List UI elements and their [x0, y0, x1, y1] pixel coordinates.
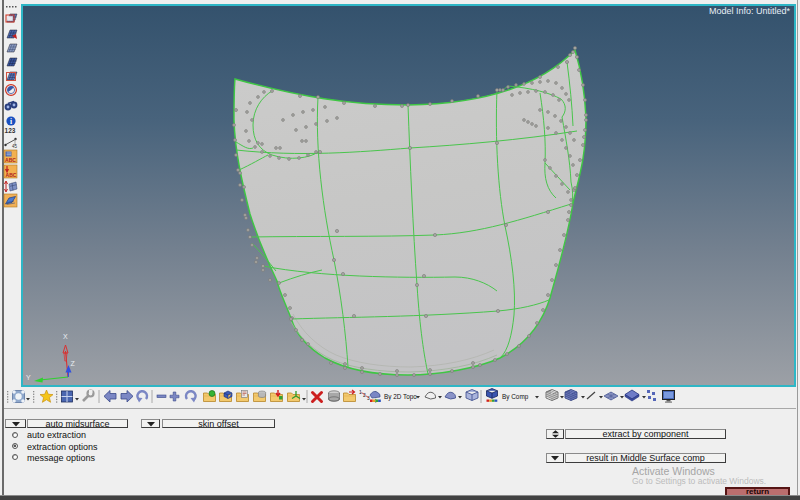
svg-text:Z: Z — [71, 360, 76, 367]
svg-text:1: 1 — [359, 389, 362, 395]
svg-text:X: X — [63, 333, 68, 340]
svg-text:ABC: ABC — [5, 157, 16, 163]
svg-text:By Comp: By Comp — [502, 393, 529, 401]
svg-text:By 2D Topo: By 2D Topo — [384, 393, 417, 401]
svg-text:123: 123 — [5, 127, 16, 134]
svg-text:i: i — [10, 117, 12, 126]
svg-text:45: 45 — [12, 144, 18, 149]
svg-text:ABC: ABC — [6, 172, 17, 178]
svg-text:Y: Y — [26, 374, 31, 381]
